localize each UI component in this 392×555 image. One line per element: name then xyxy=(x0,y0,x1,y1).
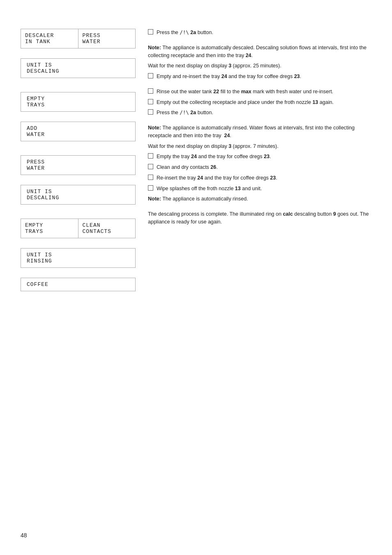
note-rinsing: Note: The appliance is automatically rin… xyxy=(148,124,371,140)
bullet-text: Clean and dry contacts 26. xyxy=(157,164,218,171)
display-line1: ADD xyxy=(27,125,129,131)
page: DESCALER IN TANK PRESS WATER UNIT IS DES… xyxy=(0,0,392,555)
descaling-complete-text: The descaling process is complete. The i… xyxy=(148,210,371,226)
display-line1: PRESS xyxy=(27,159,129,165)
bullet-press-2a-2: Press the /!\ 2a button. xyxy=(148,109,371,117)
checkbox-icon xyxy=(148,99,153,104)
bullet-reinsert-tray: Re-insert the tray 24 and the tray for c… xyxy=(148,174,371,182)
content-block-3: Rinse out the water tank 22 fill to the … xyxy=(148,88,371,117)
checkbox-icon xyxy=(148,185,153,191)
checkbox-icon xyxy=(148,153,153,159)
display-line2-left: TRAYS xyxy=(25,228,74,235)
display-line1: COFFEE xyxy=(27,281,129,288)
checkbox-icon xyxy=(148,29,153,35)
checkbox-icon xyxy=(148,73,153,78)
bullet-press-2a-1: Press the /!\ 2a button. xyxy=(148,29,371,37)
display-unit-descaling-2: UNIT IS DESCALING xyxy=(21,185,136,205)
bullet-text: Empty the tray 24 and the tray for coffe… xyxy=(157,153,271,161)
display-line1: UNIT IS xyxy=(27,252,129,258)
display-empty-trays: EMPTY TRAYS xyxy=(21,92,136,112)
bullet-wipe-nozzle: Wipe splashes off the froth nozzle 13 an… xyxy=(148,185,371,193)
display-line2-right: CONTACTS xyxy=(83,228,131,235)
bullet-rinse-tank: Rinse out the water tank 22 fill to the … xyxy=(148,88,371,96)
display-line2: WATER xyxy=(27,165,129,171)
wait-text-2: Wait for the next display on display 3 (… xyxy=(148,143,371,150)
checkbox-icon xyxy=(148,88,153,94)
bullet-text: Empty out the collecting receptacle and … xyxy=(157,99,334,106)
note-descaling-1: Note: The appliance is automatically des… xyxy=(148,44,371,60)
display-add-water: ADD WATER xyxy=(21,122,136,141)
display-line1-left: DESCALER xyxy=(25,32,74,39)
display-line2: DESCALING xyxy=(27,195,129,201)
display-descaler-press: DESCALER IN TANK PRESS WATER xyxy=(21,29,136,48)
checkbox-icon xyxy=(148,164,153,169)
display-empty-clean: EMPTY TRAYS CLEAN CONTACTS xyxy=(21,219,136,238)
display-line1-right: PRESS xyxy=(83,32,131,39)
display-line2: TRAYS xyxy=(27,102,129,108)
bullet-text: Press the /!\ 2a button. xyxy=(157,109,213,117)
right-column: Press the /!\ 2a button. Note: The appli… xyxy=(148,25,371,530)
note-auto-rinsed: Note: The appliance is automatically rin… xyxy=(148,195,371,203)
bullet-text: Press the /!\ 2a button. xyxy=(157,29,213,37)
wait-text-1: Wait for the next display on display 3 (… xyxy=(148,62,371,70)
display-line1: UNIT IS xyxy=(27,62,129,68)
display-line1: EMPTY xyxy=(27,96,129,102)
display-line2: DESCALING xyxy=(27,68,129,74)
display-unit-rinsing: UNIT IS RINSING xyxy=(21,248,136,268)
content-block-4: Note: The appliance is automatically rin… xyxy=(148,124,371,203)
left-column: DESCALER IN TANK PRESS WATER UNIT IS DES… xyxy=(21,25,136,530)
display-line1-right: CLEAN xyxy=(83,222,131,228)
content-block-1: Press the /!\ 2a button. xyxy=(148,29,371,37)
display-coffee: COFFEE xyxy=(21,278,136,291)
checkbox-icon xyxy=(148,175,153,180)
display-line2-right: WATER xyxy=(83,39,131,45)
checkbox-icon xyxy=(148,109,153,115)
display-press-water: PRESS WATER xyxy=(21,155,136,175)
bullet-text: Re-insert the tray 24 and the tray for c… xyxy=(157,174,277,182)
display-line1-left: EMPTY xyxy=(25,222,74,228)
bullet-clean-contacts: Clean and dry contacts 26. xyxy=(148,164,371,171)
content-block-2: Note: The appliance is automatically des… xyxy=(148,44,371,81)
page-number: 48 xyxy=(21,532,27,539)
bullet-text: Rinse out the water tank 22 fill to the … xyxy=(157,88,333,96)
display-line2-left: IN TANK xyxy=(25,39,74,45)
bullet-text: Empty and re-insert the tray 24 and the … xyxy=(157,73,301,81)
display-line2: RINSING xyxy=(27,258,129,264)
display-unit-descaling-1: UNIT IS DESCALING xyxy=(21,58,136,78)
display-line1: UNIT IS xyxy=(27,189,129,195)
content-block-5: The descaling process is complete. The i… xyxy=(148,210,371,226)
bullet-empty-tray-24b: Empty the tray 24 and the tray for coffe… xyxy=(148,153,371,161)
bullet-empty-tray-24: Empty and re-insert the tray 24 and the … xyxy=(148,73,371,81)
bullet-text: Wipe splashes off the froth nozzle 13 an… xyxy=(157,185,262,193)
display-line2: WATER xyxy=(27,131,129,138)
bullet-empty-receptacle: Empty out the collecting receptacle and … xyxy=(148,99,371,106)
